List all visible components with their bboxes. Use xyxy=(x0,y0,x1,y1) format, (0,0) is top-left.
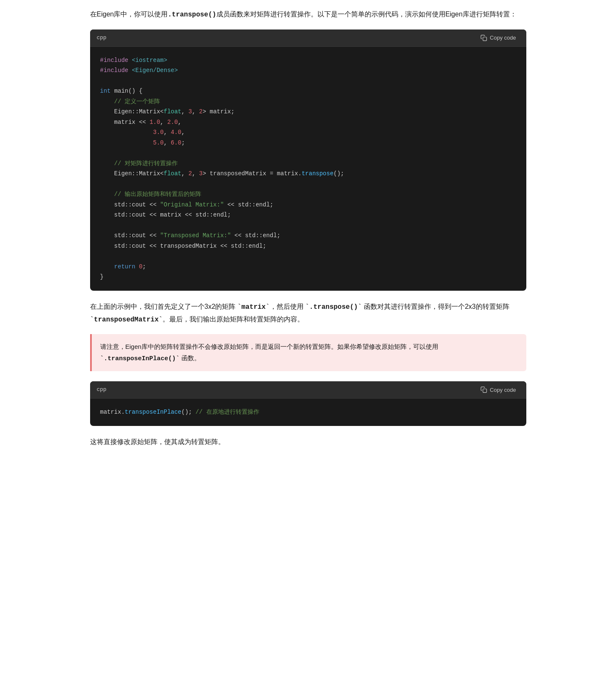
note-text: 请注意，Eigen库中的矩阵转置操作不会修改原始矩阵，而是返回一个新的转置矩阵。… xyxy=(100,343,438,361)
intro-paragraph: 在Eigen库中，你可以使用.transpose()成员函数来对矩阵进行转置操作… xyxy=(90,8,526,21)
copy-icon-2 xyxy=(480,386,487,393)
svg-rect-0 xyxy=(483,37,487,41)
code-block-1-header: cpp Copy code xyxy=(90,29,526,47)
code-lang-2: cpp xyxy=(97,385,107,394)
svg-rect-1 xyxy=(483,389,487,393)
copy-icon-1 xyxy=(480,35,487,41)
code-lang-1: cpp xyxy=(97,33,107,43)
bottom-paragraph: 这将直接修改原始矩阵，使其成为转置矩阵。 xyxy=(90,436,526,448)
copy-code-label-2: Copy code xyxy=(490,387,516,393)
inline-code-transpose2: `.transpose()` xyxy=(305,303,362,311)
note-box: 请注意，Eigen库中的矩阵转置操作不会修改原始矩阵，而是返回一个新的转置矩阵。… xyxy=(90,334,526,371)
code-block-2-body: matrix.transposeInPlace(); // 在原地进行转置操作 xyxy=(90,399,526,426)
copy-code-label-1: Copy code xyxy=(490,35,516,41)
code-block-1: cpp Copy code #include <iostream> #inclu… xyxy=(90,29,526,291)
code-content-1: #include <iostream> #include <Eigen/Dens… xyxy=(100,55,516,282)
copy-code-button-1[interactable]: Copy code xyxy=(477,33,519,43)
code-block-2: cpp Copy code matrix.transposeInPlace();… xyxy=(90,381,526,426)
code-block-1-body: #include <iostream> #include <Eigen/Dens… xyxy=(90,47,526,291)
code-block-2-header: cpp Copy code xyxy=(90,381,526,399)
inline-code-matrix: `matrix` xyxy=(237,303,270,311)
inline-code-transpose: .transpose() xyxy=(168,11,216,19)
copy-code-button-2[interactable]: Copy code xyxy=(477,385,519,395)
inline-code-transposeInPlace: `.transposeInPlace()` xyxy=(100,355,180,362)
page-wrapper: 在Eigen库中，你可以使用.transpose()成员函数来对矩阵进行转置操作… xyxy=(77,0,540,457)
inline-code-transposedMatrix: `transposedMatrix` xyxy=(90,316,163,324)
middle-paragraph: 在上面的示例中，我们首先定义了一个3x2的矩阵 `matrix`，然后使用 `.… xyxy=(90,301,526,326)
code-content-2: matrix.transposeInPlace(); // 在原地进行转置操作 xyxy=(100,407,516,418)
